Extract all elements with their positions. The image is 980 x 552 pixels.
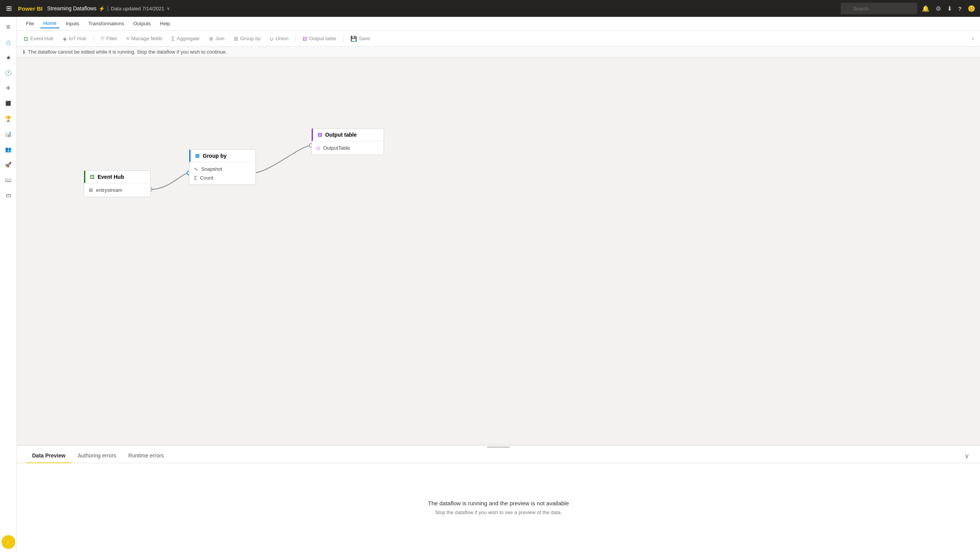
join-label: Join bbox=[215, 36, 225, 41]
sidebar-item-apps[interactable]: ⬛ bbox=[2, 96, 15, 110]
sidebar-item-deployment[interactable]: 🚀 bbox=[2, 158, 15, 171]
preview-main-message: The dataflow is running and the preview … bbox=[428, 500, 569, 506]
output-table-node[interactable]: ⊟ Output table ◇ OutputTable bbox=[311, 128, 384, 155]
join-icon: ⊗ bbox=[209, 36, 213, 42]
main-content: File Home Inputs Transformations Outputs… bbox=[17, 17, 980, 552]
download-icon[interactable]: ⬇ bbox=[947, 5, 952, 12]
menu-bar: File Home Inputs Transformations Outputs… bbox=[17, 17, 980, 31]
toolbar-collapse-btn[interactable]: › bbox=[969, 34, 977, 44]
updated-chevron[interactable]: ∨ bbox=[167, 6, 170, 11]
event-hub-node-icon: ⊡ bbox=[90, 174, 94, 180]
tab-runtime-errors[interactable]: Runtime errors bbox=[122, 449, 170, 463]
bottom-content: The dataflow is running and the preview … bbox=[17, 463, 980, 552]
toolbar-divider-3 bbox=[343, 35, 343, 42]
manage-fields-icon: ≡ bbox=[127, 36, 130, 41]
sidebar-item-home[interactable]: ⌂ bbox=[2, 35, 15, 49]
page-title-bar: Streaming Dataflows ⚡ | Data updated 7/1… bbox=[47, 5, 169, 11]
union-label: Union bbox=[275, 36, 288, 41]
group-by-field-snapshot: ∿ Snapshot bbox=[194, 165, 251, 173]
menu-file[interactable]: File bbox=[23, 19, 37, 28]
count-label: Count bbox=[200, 175, 213, 181]
union-icon: ∪ bbox=[270, 36, 273, 42]
settings-icon[interactable]: ⚙ bbox=[936, 5, 941, 12]
menu-help[interactable]: Help bbox=[157, 19, 173, 28]
group-by-node-title: Group by bbox=[203, 153, 226, 159]
menu-outputs[interactable]: Outputs bbox=[130, 19, 154, 28]
lightning-icon: ⚡ bbox=[99, 6, 105, 11]
output-table-field-icon: ◇ bbox=[316, 145, 320, 151]
output-table-node-header: ⊟ Output table bbox=[312, 129, 384, 141]
bottom-collapse-btn[interactable]: ∨ bbox=[963, 450, 971, 462]
sidebar-item-menu[interactable]: ≡ bbox=[2, 20, 15, 34]
preview-sub-message: Stop the dataflow if you wish to see a p… bbox=[435, 510, 562, 515]
output-table-node-title: Output table bbox=[325, 132, 357, 138]
aggregate-label: Aggregate bbox=[177, 36, 200, 41]
toolbar-manage-fields: ≡ Manage fields bbox=[123, 34, 166, 43]
brand-logo: Power BI bbox=[18, 5, 42, 12]
filter-label: Filter bbox=[106, 36, 117, 41]
search-wrap: 🔍 bbox=[841, 3, 917, 14]
output-table-node-icon: ⊟ bbox=[317, 132, 322, 138]
title-separator: | bbox=[107, 5, 109, 11]
output-table-node-body: ◇ OutputTable bbox=[312, 141, 384, 155]
tab-data-preview[interactable]: Data Preview bbox=[26, 449, 72, 463]
sidebar-item-learn[interactable]: 🏆 bbox=[2, 112, 15, 126]
event-hub-icon: ⊡ bbox=[24, 36, 28, 42]
top-bar-icons: 🔔 ⚙ ⬇ ? 😊 bbox=[922, 5, 975, 12]
toolbar-group-by: ⊞ Group by bbox=[230, 34, 264, 43]
bottom-drag-handle[interactable] bbox=[17, 446, 980, 449]
filter-icon: ▽ bbox=[101, 36, 104, 41]
menu-inputs[interactable]: Inputs bbox=[63, 19, 82, 28]
search-input[interactable] bbox=[841, 3, 917, 14]
entrystream-icon: ⊞ bbox=[89, 187, 93, 193]
iot-hub-label: IoT Hub bbox=[69, 36, 86, 41]
output-table-field: ◇ OutputTable bbox=[316, 144, 379, 152]
toolbar-filter: ▽ Filter bbox=[97, 34, 121, 43]
drag-pill bbox=[487, 446, 510, 448]
toolbar-join: ⊗ Join bbox=[205, 34, 228, 43]
notifications-icon[interactable]: 🔔 bbox=[922, 5, 930, 12]
menu-home[interactable]: Home bbox=[40, 19, 60, 28]
group-by-node-body: ∿ Snapshot Σ Count bbox=[189, 162, 256, 185]
sidebar-item-dataflows[interactable]: 🗃 bbox=[2, 188, 15, 202]
event-hub-field-entrystream: ⊞ entrystream bbox=[89, 186, 146, 194]
group-by-node-header: ⊞ Group by bbox=[189, 150, 256, 162]
sidebar-item-catalog[interactable]: 📖 bbox=[2, 173, 15, 187]
top-bar: ⊞ Power BI Streaming Dataflows ⚡ | Data … bbox=[0, 0, 980, 17]
output-table-icon: ⊟ bbox=[303, 36, 307, 42]
canvas-area[interactable]: ⊡ Event Hub ⊞ entrystream ⊞ Group by bbox=[17, 57, 980, 445]
sidebar-item-create[interactable]: + bbox=[2, 81, 15, 95]
sidebar-item-recent[interactable]: 🕐 bbox=[2, 66, 15, 80]
bottom-panel: Data Preview Authoring errors Runtime er… bbox=[17, 445, 980, 552]
toolbar-divider-2 bbox=[295, 35, 296, 42]
snapshot-label: Snapshot bbox=[201, 166, 222, 172]
event-hub-node[interactable]: ⊡ Event Hub ⊞ entrystream bbox=[84, 170, 151, 197]
snapshot-icon: ∿ bbox=[194, 166, 198, 172]
help-icon[interactable]: ? bbox=[958, 5, 962, 12]
tab-authoring-errors[interactable]: Authoring errors bbox=[72, 449, 122, 463]
group-by-label: Group by bbox=[240, 36, 260, 41]
sidebar-logo[interactable]: ⚡ bbox=[2, 535, 15, 549]
waffle-icon[interactable]: ⊞ bbox=[5, 3, 13, 14]
group-by-node[interactable]: ⊞ Group by ∿ Snapshot Σ Count bbox=[189, 149, 256, 185]
manage-fields-label: Manage fields bbox=[131, 36, 162, 41]
sidebar-item-people[interactable]: 👥 bbox=[2, 142, 15, 156]
output-table-field-label: OutputTable bbox=[323, 145, 350, 151]
toolbar-output-table: ⊟ Output table bbox=[299, 34, 340, 43]
toolbar-union: ∪ Union bbox=[266, 34, 292, 43]
info-icon: ℹ bbox=[23, 49, 25, 55]
event-hub-node-body: ⊞ entrystream bbox=[84, 183, 150, 197]
dataflow-title[interactable]: Streaming Dataflows bbox=[47, 5, 96, 11]
sidebar-item-metrics[interactable]: 📊 bbox=[2, 127, 15, 141]
event-hub-node-header: ⊡ Event Hub bbox=[84, 171, 150, 183]
group-by-node-icon: ⊞ bbox=[195, 153, 200, 159]
entrystream-label: entrystream bbox=[96, 187, 122, 193]
output-table-label: Output table bbox=[309, 36, 336, 41]
menu-transformations[interactable]: Transformations bbox=[85, 19, 127, 28]
sidebar-item-favorites[interactable]: ★ bbox=[2, 51, 15, 64]
user-account-icon[interactable]: 😊 bbox=[968, 5, 975, 12]
event-hub-label: Event Hub bbox=[30, 36, 54, 41]
save-label: Save bbox=[359, 36, 370, 41]
brand-text: Power BI bbox=[18, 5, 42, 12]
last-updated: Data updated 7/14/2021 bbox=[111, 6, 164, 11]
